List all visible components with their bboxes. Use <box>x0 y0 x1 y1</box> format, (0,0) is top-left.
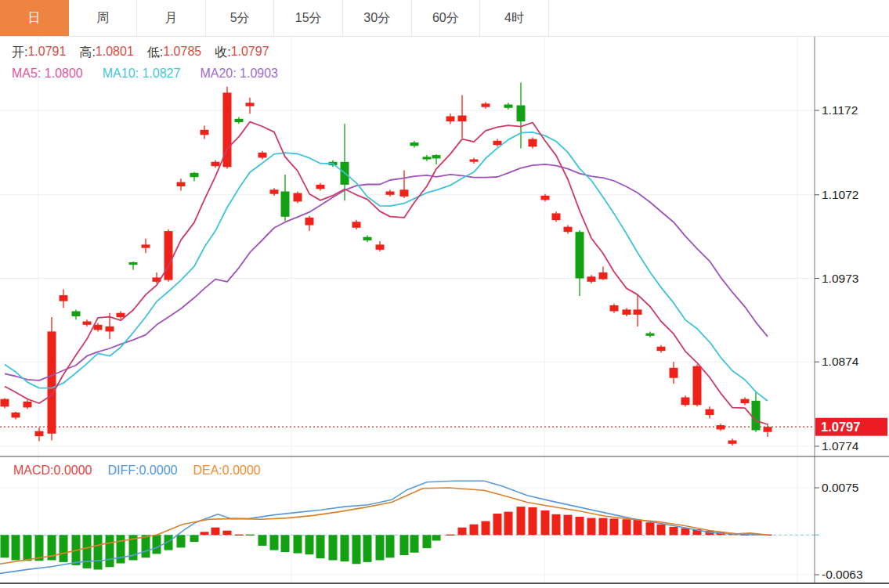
last-price-tag: 1.0797 <box>815 418 887 436</box>
ma20-readout: MA20: 1.0903 <box>200 67 278 81</box>
tab-period-1[interactable]: 日 <box>0 0 69 36</box>
period-tabs: 日周月5分15分30分60分4时 <box>0 0 889 37</box>
svg-text:1.0973: 1.0973 <box>822 272 858 285</box>
macd-label: MACD: <box>13 464 54 478</box>
ma5-label: MA5: <box>12 67 41 81</box>
tab-period-2[interactable]: 周 <box>69 0 138 36</box>
macd-value-readout: MACD:0.0000 <box>13 464 92 478</box>
open-value: 1.0791 <box>27 45 66 61</box>
macd-value: 0.0000 <box>54 464 92 478</box>
open-label: 开: <box>12 45 27 61</box>
macd-histogram <box>1 507 772 569</box>
open-readout: 开: 1.0791 <box>12 45 66 61</box>
tab-period-5[interactable]: 15分 <box>274 0 343 36</box>
svg-text:1.1072: 1.1072 <box>822 188 858 201</box>
macd-readout: MACD:0.0000 DIFF:0.0000 DEA:0.0000 <box>13 464 261 478</box>
svg-text:1.1172: 1.1172 <box>822 103 858 117</box>
svg-text:0.0075: 0.0075 <box>822 481 858 494</box>
ma10-line <box>5 132 768 401</box>
svg-text:1.0774: 1.0774 <box>822 439 859 453</box>
diff-value-readout: DIFF:0.0000 <box>108 464 178 478</box>
low-readout: 低: 1.0785 <box>147 45 201 61</box>
tab-period-7[interactable]: 60分 <box>412 0 481 36</box>
candlestick-chart[interactable]: 1.11721.10721.09731.08741.07740.0075-0.0… <box>0 0 889 588</box>
price-axis-labels: 1.11721.10721.09731.08741.07740.0075-0.0… <box>815 103 863 581</box>
dea-value: 0.0000 <box>222 464 261 478</box>
ma-readout: MA5: 1.0800 MA10: 1.0827 MA20: 1.0903 <box>12 67 278 81</box>
ma20-label: MA20: <box>200 67 236 81</box>
low-value: 1.0785 <box>163 45 201 61</box>
high-readout: 高: 1.0801 <box>79 45 133 61</box>
high-label: 高: <box>79 45 95 61</box>
dea-value-readout: DEA:0.0000 <box>193 464 260 478</box>
ma5-line <box>5 122 768 424</box>
tab-period-4[interactable]: 5分 <box>206 0 275 36</box>
svg-text:1.0874: 1.0874 <box>822 355 859 368</box>
ma10-label: MA10: <box>103 67 139 81</box>
low-label: 低: <box>147 45 163 61</box>
close-label: 收: <box>215 45 230 61</box>
grid-lines <box>0 37 815 583</box>
dea-label: DEA: <box>193 464 222 478</box>
ohlc-readout: 开: 1.0791 高: 1.0801 低: 1.0785 收: 1.0797 <box>12 45 269 61</box>
kline-trading-app: 1.11721.10721.09731.08741.07740.0075-0.0… <box>0 0 889 588</box>
candles <box>1 82 772 446</box>
ma5-readout: MA5: 1.0800 <box>12 67 83 81</box>
ma10-readout: MA10: 1.0827 <box>103 67 181 81</box>
close-value: 1.0797 <box>231 45 269 61</box>
ma10-value: 1.0827 <box>142 67 180 81</box>
diff-value: 0.0000 <box>139 464 178 478</box>
high-value: 1.0801 <box>96 45 134 61</box>
tab-period-3[interactable]: 月 <box>137 0 206 36</box>
tab-period-6[interactable]: 30分 <box>343 0 412 36</box>
svg-text:1.0797: 1.0797 <box>821 420 860 434</box>
svg-text:-0.0063: -0.0063 <box>822 568 863 581</box>
close-readout: 收: 1.0797 <box>215 45 269 61</box>
diff-label: DIFF: <box>108 464 139 478</box>
tab-period-8[interactable]: 4时 <box>480 0 549 36</box>
ma5-value: 1.0800 <box>45 67 83 81</box>
ma20-value: 1.0903 <box>240 67 278 81</box>
